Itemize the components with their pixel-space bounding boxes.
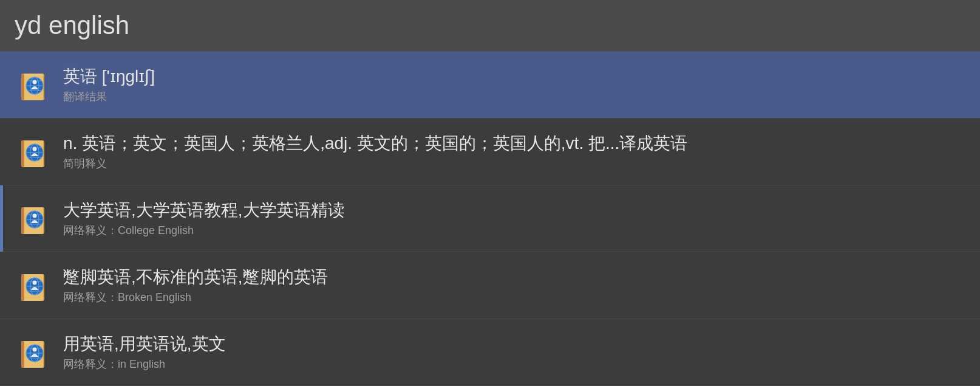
result-title: 用英语,用英语说,英文 [63,333,226,355]
result-title: 蹩脚英语,不标准的英语,蹩脚的英语 [63,266,328,288]
dictionary-icon [15,201,51,237]
svg-point-29 [33,213,37,218]
accent-bar [0,185,3,252]
result-title: 大学英语,大学英语教程,大学英语精读 [63,199,345,221]
list-item[interactable]: 大学英语,大学英语教程,大学英语精读网络释义：College English [0,185,980,252]
list-item[interactable]: 用英语,用英语说,英文网络释义：in English [0,319,980,386]
dictionary-icon [15,67,51,103]
search-bar [0,0,980,52]
result-text-container: 英语 ['ɪŋglɪʃ]翻译结果 [63,66,155,105]
svg-point-19 [33,146,37,151]
list-item[interactable]: n. 英语；英文；英国人；英格兰人,adj. 英文的；英国的；英国人的,vt. … [0,119,980,185]
result-title: n. 英语；英文；英国人；英格兰人,adj. 英文的；英国的；英国人的,vt. … [63,133,687,154]
dictionary-icon [15,267,51,304]
svg-rect-22 [21,207,24,234]
svg-rect-2 [21,74,24,100]
result-subtitle: 网络释义：College English [63,224,345,238]
svg-rect-42 [21,341,24,368]
result-text-container: 蹩脚英语,不标准的英语,蹩脚的英语网络释义：Broken English [63,266,328,305]
svg-point-39 [33,280,37,284]
results-container: 英语 ['ɪŋglɪʃ]翻译结果 n. 英语；英文；英国人；英格兰人,adj. … [0,52,980,386]
list-item[interactable]: 蹩脚英语,不标准的英语,蹩脚的英语网络释义：Broken English [0,252,980,319]
svg-rect-32 [21,274,24,301]
result-subtitle: 翻译结果 [63,90,155,104]
result-text-container: n. 英语；英文；英国人；英格兰人,adj. 英文的；英国的；英国人的,vt. … [63,133,687,171]
dictionary-icon [15,134,51,170]
result-text-container: 大学英语,大学英语教程,大学英语精读网络释义：College English [63,199,345,238]
svg-rect-12 [21,140,24,167]
list-item[interactable]: 英语 ['ɪŋglɪʃ]翻译结果 [0,52,980,119]
result-title: 英语 ['ɪŋglɪʃ] [63,66,155,88]
result-text-container: 用英语,用英语说,英文网络释义：in English [63,333,226,372]
svg-point-9 [33,80,37,84]
svg-point-49 [33,347,37,351]
result-subtitle: 网络释义：in English [63,357,226,371]
dictionary-icon [15,334,51,371]
result-subtitle: 简明释义 [63,157,687,171]
result-subtitle: 网络释义：Broken English [63,291,328,305]
search-input[interactable] [15,11,965,40]
